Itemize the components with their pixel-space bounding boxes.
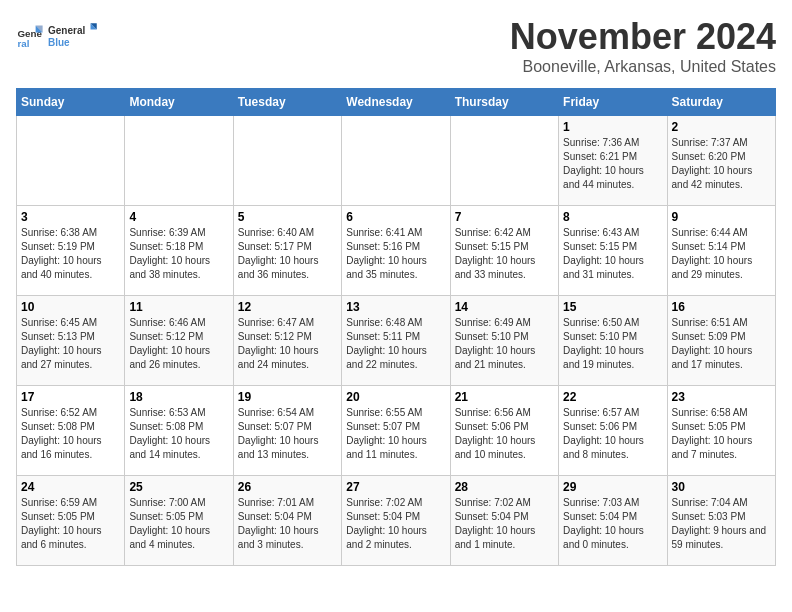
day-number: 21 [455, 390, 554, 404]
day-info: Sunrise: 6:43 AMSunset: 5:15 PMDaylight:… [563, 226, 662, 282]
location-title: Booneville, Arkansas, United States [510, 58, 776, 76]
day-info: Sunrise: 6:57 AMSunset: 5:06 PMDaylight:… [563, 406, 662, 462]
day-info: Sunrise: 7:04 AMSunset: 5:03 PMDaylight:… [672, 496, 771, 552]
day-info: Sunrise: 6:55 AMSunset: 5:07 PMDaylight:… [346, 406, 445, 462]
logo-icon: Gene ral [16, 22, 44, 50]
day-info: Sunrise: 6:54 AMSunset: 5:07 PMDaylight:… [238, 406, 337, 462]
day-number: 9 [672, 210, 771, 224]
day-info: Sunrise: 6:48 AMSunset: 5:11 PMDaylight:… [346, 316, 445, 372]
day-number: 1 [563, 120, 662, 134]
day-number: 30 [672, 480, 771, 494]
header-tuesday: Tuesday [233, 89, 341, 116]
table-row: 23 Sunrise: 6:58 AMSunset: 5:05 PMDaylig… [667, 386, 775, 476]
day-number: 29 [563, 480, 662, 494]
day-info: Sunrise: 6:38 AMSunset: 5:19 PMDaylight:… [21, 226, 120, 282]
day-number: 25 [129, 480, 228, 494]
day-number: 28 [455, 480, 554, 494]
table-row: 20 Sunrise: 6:55 AMSunset: 5:07 PMDaylig… [342, 386, 450, 476]
table-row [125, 116, 233, 206]
day-info: Sunrise: 6:41 AMSunset: 5:16 PMDaylight:… [346, 226, 445, 282]
calendar-week-row: 3 Sunrise: 6:38 AMSunset: 5:19 PMDayligh… [17, 206, 776, 296]
svg-text:Blue: Blue [48, 37, 70, 48]
day-number: 24 [21, 480, 120, 494]
day-number: 27 [346, 480, 445, 494]
table-row: 28 Sunrise: 7:02 AMSunset: 5:04 PMDaylig… [450, 476, 558, 566]
calendar-table: Sunday Monday Tuesday Wednesday Thursday… [16, 88, 776, 566]
day-info: Sunrise: 6:51 AMSunset: 5:09 PMDaylight:… [672, 316, 771, 372]
page-header: Gene ral General Blue November 2024 Boon… [16, 16, 776, 76]
table-row: 19 Sunrise: 6:54 AMSunset: 5:07 PMDaylig… [233, 386, 341, 476]
day-info: Sunrise: 7:01 AMSunset: 5:04 PMDaylight:… [238, 496, 337, 552]
day-number: 6 [346, 210, 445, 224]
table-row [342, 116, 450, 206]
table-row: 30 Sunrise: 7:04 AMSunset: 5:03 PMDaylig… [667, 476, 775, 566]
day-number: 12 [238, 300, 337, 314]
table-row: 3 Sunrise: 6:38 AMSunset: 5:19 PMDayligh… [17, 206, 125, 296]
day-number: 22 [563, 390, 662, 404]
table-row: 29 Sunrise: 7:03 AMSunset: 5:04 PMDaylig… [559, 476, 667, 566]
header-wednesday: Wednesday [342, 89, 450, 116]
header-saturday: Saturday [667, 89, 775, 116]
day-number: 18 [129, 390, 228, 404]
month-title: November 2024 [510, 16, 776, 58]
day-number: 15 [563, 300, 662, 314]
svg-text:ral: ral [17, 38, 29, 49]
day-info: Sunrise: 6:52 AMSunset: 5:08 PMDaylight:… [21, 406, 120, 462]
day-info: Sunrise: 6:39 AMSunset: 5:18 PMDaylight:… [129, 226, 228, 282]
table-row: 5 Sunrise: 6:40 AMSunset: 5:17 PMDayligh… [233, 206, 341, 296]
table-row: 14 Sunrise: 6:49 AMSunset: 5:10 PMDaylig… [450, 296, 558, 386]
day-info: Sunrise: 6:46 AMSunset: 5:12 PMDaylight:… [129, 316, 228, 372]
calendar-week-row: 10 Sunrise: 6:45 AMSunset: 5:13 PMDaylig… [17, 296, 776, 386]
table-row: 17 Sunrise: 6:52 AMSunset: 5:08 PMDaylig… [17, 386, 125, 476]
day-info: Sunrise: 7:03 AMSunset: 5:04 PMDaylight:… [563, 496, 662, 552]
table-row [17, 116, 125, 206]
table-row: 27 Sunrise: 7:02 AMSunset: 5:04 PMDaylig… [342, 476, 450, 566]
day-number: 10 [21, 300, 120, 314]
table-row: 21 Sunrise: 6:56 AMSunset: 5:06 PMDaylig… [450, 386, 558, 476]
table-row: 22 Sunrise: 6:57 AMSunset: 5:06 PMDaylig… [559, 386, 667, 476]
day-info: Sunrise: 6:59 AMSunset: 5:05 PMDaylight:… [21, 496, 120, 552]
table-row: 15 Sunrise: 6:50 AMSunset: 5:10 PMDaylig… [559, 296, 667, 386]
day-info: Sunrise: 6:47 AMSunset: 5:12 PMDaylight:… [238, 316, 337, 372]
table-row: 25 Sunrise: 7:00 AMSunset: 5:05 PMDaylig… [125, 476, 233, 566]
day-number: 5 [238, 210, 337, 224]
day-number: 7 [455, 210, 554, 224]
day-number: 17 [21, 390, 120, 404]
day-number: 14 [455, 300, 554, 314]
day-info: Sunrise: 6:42 AMSunset: 5:15 PMDaylight:… [455, 226, 554, 282]
day-info: Sunrise: 6:56 AMSunset: 5:06 PMDaylight:… [455, 406, 554, 462]
table-row: 24 Sunrise: 6:59 AMSunset: 5:05 PMDaylig… [17, 476, 125, 566]
day-info: Sunrise: 7:00 AMSunset: 5:05 PMDaylight:… [129, 496, 228, 552]
table-row: 12 Sunrise: 6:47 AMSunset: 5:12 PMDaylig… [233, 296, 341, 386]
day-number: 4 [129, 210, 228, 224]
header-sunday: Sunday [17, 89, 125, 116]
table-row: 2 Sunrise: 7:37 AMSunset: 6:20 PMDayligh… [667, 116, 775, 206]
day-info: Sunrise: 6:58 AMSunset: 5:05 PMDaylight:… [672, 406, 771, 462]
day-number: 3 [21, 210, 120, 224]
day-info: Sunrise: 7:37 AMSunset: 6:20 PMDaylight:… [672, 136, 771, 192]
table-row: 8 Sunrise: 6:43 AMSunset: 5:15 PMDayligh… [559, 206, 667, 296]
header-friday: Friday [559, 89, 667, 116]
table-row: 18 Sunrise: 6:53 AMSunset: 5:08 PMDaylig… [125, 386, 233, 476]
day-info: Sunrise: 6:45 AMSunset: 5:13 PMDaylight:… [21, 316, 120, 372]
day-info: Sunrise: 6:50 AMSunset: 5:10 PMDaylight:… [563, 316, 662, 372]
table-row [450, 116, 558, 206]
day-info: Sunrise: 6:49 AMSunset: 5:10 PMDaylight:… [455, 316, 554, 372]
svg-text:General: General [48, 25, 85, 36]
day-info: Sunrise: 6:44 AMSunset: 5:14 PMDaylight:… [672, 226, 771, 282]
day-info: Sunrise: 7:02 AMSunset: 5:04 PMDaylight:… [455, 496, 554, 552]
table-row: 13 Sunrise: 6:48 AMSunset: 5:11 PMDaylig… [342, 296, 450, 386]
calendar-week-row: 17 Sunrise: 6:52 AMSunset: 5:08 PMDaylig… [17, 386, 776, 476]
table-row: 16 Sunrise: 6:51 AMSunset: 5:09 PMDaylig… [667, 296, 775, 386]
logo: Gene ral General Blue [16, 16, 98, 56]
title-area: November 2024 Booneville, Arkansas, Unit… [510, 16, 776, 76]
table-row: 7 Sunrise: 6:42 AMSunset: 5:15 PMDayligh… [450, 206, 558, 296]
day-info: Sunrise: 7:36 AMSunset: 6:21 PMDaylight:… [563, 136, 662, 192]
table-row: 11 Sunrise: 6:46 AMSunset: 5:12 PMDaylig… [125, 296, 233, 386]
day-number: 26 [238, 480, 337, 494]
header-thursday: Thursday [450, 89, 558, 116]
day-info: Sunrise: 6:40 AMSunset: 5:17 PMDaylight:… [238, 226, 337, 282]
header-monday: Monday [125, 89, 233, 116]
day-number: 8 [563, 210, 662, 224]
calendar-week-row: 1 Sunrise: 7:36 AMSunset: 6:21 PMDayligh… [17, 116, 776, 206]
